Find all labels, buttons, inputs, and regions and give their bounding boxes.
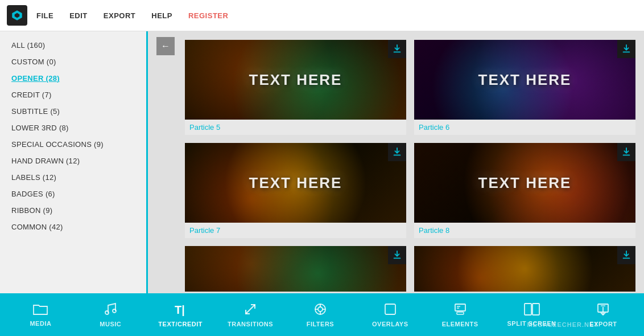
download-badge-p6[interactable] [617, 40, 635, 58]
menu-file[interactable]: FILE [36, 11, 53, 20]
export-icon [596, 302, 610, 318]
sidebar-item-all[interactable]: ALL (160) [0, 37, 146, 54]
svg-point-2 [105, 311, 109, 314]
sidebar-item-common[interactable]: COMMON (42) [0, 219, 146, 235]
app-logo [7, 5, 27, 26]
sidebar-item-lower3rd[interactable]: LOWER 3RD (8) [0, 120, 146, 136]
download-badge-partial1[interactable] [388, 246, 406, 264]
sidebar-item-special[interactable]: SPECIAL OCCASIONS (9) [0, 136, 146, 153]
svg-rect-17 [525, 304, 531, 315]
sidebar: ALL (160) CUSTOM (0) OPENER (28) CREDIT … [0, 31, 148, 293]
menu-export[interactable]: EXPORT [104, 11, 135, 20]
sidebar-item-labels[interactable]: LABELS (12) [0, 169, 146, 186]
bottom-media[interactable]: MEDIA [18, 303, 63, 327]
card-thumb-partial1 [185, 246, 406, 292]
svg-point-7 [318, 307, 323, 312]
menu-register[interactable]: REGISTER [188, 11, 228, 20]
filters-label: FILTERS [307, 321, 335, 327]
card-grid: TEXT HERE Particle 5 TEXT HERE Particle … [156, 40, 635, 292]
overlays-icon [383, 302, 397, 318]
download-badge-partial2[interactable] [617, 246, 635, 264]
card-particle5[interactable]: TEXT HERE Particle 5 [185, 40, 406, 135]
bottom-filters[interactable]: FILTERS [298, 302, 343, 327]
folder-icon [33, 303, 48, 318]
card-overlay-text-p6: TEXT HERE [478, 71, 572, 89]
main-content: ALL (160) CUSTOM (0) OPENER (28) CREDIT … [0, 31, 644, 293]
back-button[interactable]: ← [156, 37, 175, 55]
card-label-p8: Particle 8 [414, 223, 635, 238]
sidebar-item-custom[interactable]: CUSTOM (0) [0, 54, 146, 70]
sidebar-item-badges[interactable]: BADGES (6) [0, 186, 146, 202]
card-partial-2[interactable] [414, 246, 635, 292]
card-overlay-text-p7: TEXT HERE [249, 174, 342, 192]
svg-rect-14 [457, 312, 464, 314]
sidebar-item-opener[interactable]: OPENER (28) [0, 70, 146, 87]
splitscreen-icon [524, 303, 540, 318]
sidebar-item-handdrawn[interactable]: HAND DRAWN (12) [0, 153, 146, 169]
download-badge-p7[interactable] [388, 143, 406, 161]
music-label: MUSIC [100, 321, 121, 327]
textcredit-label: TEXT/CREDIT [158, 321, 203, 327]
media-label: MEDIA [30, 320, 51, 327]
sidebar-item-ribbon[interactable]: RIBBON (9) [0, 202, 146, 219]
svg-rect-18 [532, 304, 539, 315]
card-partial-1[interactable] [185, 246, 406, 292]
content-area: ← TEXT HERE Particle 5 TEXT HERE [148, 31, 644, 293]
card-label-p6: Particle 6 [414, 120, 635, 135]
bottom-overlays[interactable]: OVERLAYS [368, 302, 413, 327]
svg-text:T|: T| [175, 304, 185, 316]
card-label-p7: Particle 7 [185, 223, 406, 238]
bottom-textcredit[interactable]: T| TEXT/CREDIT [158, 302, 203, 327]
menu-help[interactable]: HELP [151, 11, 172, 20]
elements-label: ELEMENTS [442, 321, 478, 327]
card-thumb-particle8: TEXT HERE [414, 143, 635, 223]
sidebar-item-credit[interactable]: CREDIT (7) [0, 87, 146, 103]
text-icon: T| [174, 302, 187, 318]
sidebar-item-subtitle[interactable]: SUBTITLE (5) [0, 103, 146, 120]
elements-icon [453, 302, 467, 318]
svg-rect-13 [455, 304, 465, 311]
filters-icon [313, 302, 327, 318]
card-particle6[interactable]: TEXT HERE Particle 6 [414, 40, 635, 135]
transitions-icon [243, 302, 257, 318]
download-badge-p5[interactable] [388, 40, 406, 58]
transitions-label: TRANSITIONS [228, 321, 273, 327]
bottom-transitions[interactable]: TRANSITIONS [228, 302, 273, 327]
card-overlay-text-p5: TEXT HERE [249, 71, 342, 89]
download-badge-p8[interactable] [617, 143, 635, 161]
menu-items: FILE EDIT EXPORT HELP REGISTER [36, 11, 228, 20]
music-icon [104, 302, 117, 318]
svg-line-5 [246, 305, 255, 314]
watermark: MEGALEECHER.NET [527, 321, 598, 328]
menu-edit[interactable]: EDIT [69, 11, 88, 20]
menu-bar: FILE EDIT EXPORT HELP REGISTER [0, 0, 644, 31]
svg-point-3 [113, 309, 116, 313]
bottom-bar: MEDIA MUSIC T| TEXT/CREDIT TRANSI [0, 293, 644, 336]
card-particle7[interactable]: TEXT HERE Particle 7 [185, 143, 406, 238]
card-label-p5: Particle 5 [185, 120, 406, 135]
svg-rect-12 [385, 304, 395, 314]
card-thumb-particle7: TEXT HERE [185, 143, 406, 223]
card-overlay-text-p8: TEXT HERE [478, 174, 572, 192]
card-particle8[interactable]: TEXT HERE Particle 8 [414, 143, 635, 238]
bottom-elements[interactable]: ELEMENTS [437, 302, 483, 327]
card-thumb-particle5: TEXT HERE [185, 40, 406, 120]
bottom-music[interactable]: MUSIC [88, 302, 133, 327]
overlays-label: OVERLAYS [372, 321, 408, 327]
card-thumb-particle6: TEXT HERE [414, 40, 635, 120]
card-thumb-partial2 [414, 246, 635, 292]
